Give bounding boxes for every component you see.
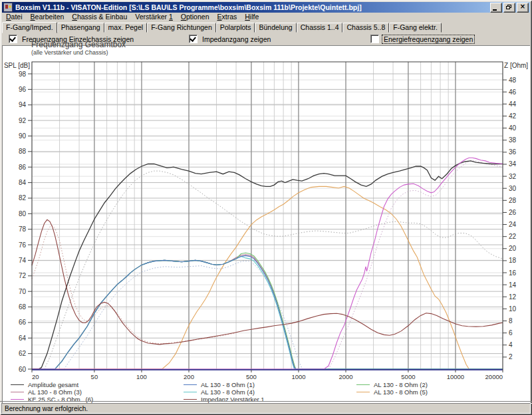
svg-text:4: 4 bbox=[509, 341, 513, 348]
legend-column: AL 130 - 8 Ohm (2)AL 130 - 8 Ohm (5) bbox=[356, 381, 428, 396]
legend-label: AL 130 - 8 Ohm (2) bbox=[374, 381, 428, 388]
svg-text:68: 68 bbox=[19, 303, 27, 311]
tab-phasengang[interactable]: Phasengang bbox=[57, 23, 104, 33]
svg-text:8: 8 bbox=[509, 317, 513, 325]
legend-column: AL 130 - 8 Ohm (1)AL 130 - 8 Ohm (4)Impe… bbox=[184, 381, 265, 403]
legend-label: AL 130 - 8 Ohm (1) bbox=[201, 381, 255, 388]
svg-text:100: 100 bbox=[136, 373, 147, 380]
frequency-response-plot: 6062646668707274767880828486889092949698… bbox=[3, 46, 531, 404]
svg-text:46: 46 bbox=[509, 88, 517, 96]
svg-text:94: 94 bbox=[19, 101, 27, 108]
svg-text:24: 24 bbox=[509, 221, 517, 228]
svg-text:78: 78 bbox=[19, 225, 27, 233]
legend-label: AL 130 - 8 Ohm (4) bbox=[201, 388, 255, 396]
menu-item-verst-rker-1[interactable]: Verstärker 1 bbox=[131, 13, 177, 21]
window-controls: × bbox=[490, 3, 530, 13]
svg-text:26: 26 bbox=[509, 209, 517, 216]
svg-text:22: 22 bbox=[509, 233, 517, 240]
menu-item-hilfe[interactable]: Hilfe bbox=[241, 13, 263, 21]
menu-item-extras[interactable]: Extras bbox=[213, 13, 241, 21]
svg-text:6: 6 bbox=[509, 329, 513, 337]
svg-text:42: 42 bbox=[509, 112, 517, 120]
svg-text:64: 64 bbox=[19, 335, 27, 342]
minimize-button[interactable] bbox=[490, 3, 502, 13]
svg-text:62: 62 bbox=[19, 350, 27, 357]
svg-text:98: 98 bbox=[19, 70, 27, 78]
menu-item-bearbeiten[interactable]: Bearbeiten bbox=[27, 13, 68, 21]
svg-text:72: 72 bbox=[19, 272, 27, 279]
legend-label: AL 130 - 8 Ohm (3) bbox=[28, 388, 82, 396]
menu-item-optionen[interactable]: Optionen bbox=[177, 13, 213, 21]
svg-text:96: 96 bbox=[19, 86, 27, 93]
close-button[interactable]: × bbox=[517, 3, 529, 13]
legend-item-amplitude-gesamt: Amplitude gesamt bbox=[11, 381, 93, 388]
svg-text:34: 34 bbox=[509, 160, 517, 168]
legend-column: Amplitude gesamtAL 130 - 8 Ohm (3)KE 25 … bbox=[11, 381, 93, 403]
svg-text:80: 80 bbox=[19, 210, 27, 217]
checkbox-energiefrequenzgang-zeigen[interactable]: Energiefrequenzgang zeigen bbox=[370, 35, 474, 43]
checkbox-box[interactable] bbox=[370, 35, 379, 43]
legend-swatch bbox=[11, 392, 24, 392]
legend-swatch bbox=[184, 384, 197, 385]
svg-text:1000: 1000 bbox=[291, 373, 305, 380]
checkbox-impedanzgang-zeigen[interactable]: Impedanzgang zeigen bbox=[189, 35, 272, 43]
svg-text:28: 28 bbox=[509, 197, 517, 204]
svg-text:2: 2 bbox=[509, 353, 513, 360]
checkbox-label: Impedanzgang zeigen bbox=[201, 35, 272, 43]
svg-text:82: 82 bbox=[19, 194, 27, 202]
svg-text:60: 60 bbox=[19, 366, 27, 373]
svg-text:84: 84 bbox=[19, 179, 27, 186]
tab-chassis-1-4[interactable]: Chassis 1..4 bbox=[297, 23, 343, 33]
legend-swatch bbox=[184, 399, 197, 400]
checkbox-label: Energiefrequenzgang zeigen bbox=[382, 35, 474, 43]
checkbox-box[interactable] bbox=[189, 35, 198, 43]
check-icon bbox=[9, 35, 16, 42]
legend-swatch bbox=[11, 384, 24, 385]
svg-text:92: 92 bbox=[19, 117, 27, 124]
restore-icon bbox=[506, 5, 511, 9]
svg-text:50: 50 bbox=[91, 373, 98, 380]
svg-text:2000: 2000 bbox=[338, 373, 352, 380]
tab-max-pegel[interactable]: max. Pegel bbox=[104, 23, 148, 33]
legend-label: AL 130 - 8 Ohm (5) bbox=[374, 388, 428, 396]
legend-swatch bbox=[356, 392, 370, 392]
checkbox-box[interactable] bbox=[9, 35, 17, 43]
tab-chassis-5-8[interactable]: Chassis 5..8 bbox=[342, 23, 389, 33]
svg-text:200: 200 bbox=[184, 373, 194, 380]
menu-item-datei[interactable]: Datei bbox=[2, 13, 27, 21]
svg-text:10000: 10000 bbox=[447, 373, 464, 380]
menu-bar: DateiBearbeitenChassis & EinbauVerstärke… bbox=[2, 13, 530, 21]
application-window: Boxsim V1.11b - VISATON-Edition [S:\LS B… bbox=[0, 0, 532, 415]
svg-text:18: 18 bbox=[509, 257, 517, 264]
tab-b-ndelung[interactable]: Bündelung bbox=[255, 23, 296, 33]
series-woofer2 bbox=[32, 253, 503, 369]
svg-text:14: 14 bbox=[509, 281, 517, 289]
legend-item-al-130-8-ohm-1: AL 130 - 8 Ohm (1) bbox=[184, 381, 265, 388]
title-bar[interactable]: Boxsim V1.11b - VISATON-Edition [S:\LS B… bbox=[2, 2, 530, 13]
legend-swatch bbox=[184, 392, 197, 392]
series-woofer4 bbox=[32, 257, 503, 369]
svg-text:48: 48 bbox=[509, 76, 517, 84]
svg-text:70: 70 bbox=[19, 288, 27, 295]
menu-item-chassis-einbau[interactable]: Chassis & Einbau bbox=[68, 13, 131, 21]
svg-text:74: 74 bbox=[19, 257, 27, 264]
svg-text:38: 38 bbox=[509, 136, 517, 144]
status-text: Berechnung war erfolgreich. bbox=[5, 405, 88, 412]
svg-text:88: 88 bbox=[19, 148, 27, 155]
tab-f-gang-elektr[interactable]: F-Gang elektr. bbox=[389, 23, 442, 33]
tab-f-gang-imped[interactable]: F-Gang/Imped. bbox=[2, 22, 57, 33]
svg-text:32: 32 bbox=[509, 173, 517, 180]
svg-text:12: 12 bbox=[509, 293, 517, 301]
legend-label: Amplitude gesamt bbox=[28, 381, 78, 388]
svg-text:20: 20 bbox=[509, 245, 517, 252]
svg-text:500: 500 bbox=[246, 373, 257, 380]
restore-button[interactable] bbox=[503, 3, 515, 13]
svg-text:20: 20 bbox=[32, 373, 39, 380]
tab-f-gang-richtungen[interactable]: F-Gang Richtungen bbox=[147, 23, 216, 33]
legend-swatch bbox=[356, 384, 370, 385]
series-tweeter bbox=[32, 158, 503, 369]
svg-text:30: 30 bbox=[509, 185, 517, 192]
series-woofer3 bbox=[32, 255, 503, 369]
legend-item-al-130-8-ohm-2: AL 130 - 8 Ohm (2) bbox=[356, 381, 428, 388]
tab-polarplots[interactable]: Polarplots bbox=[216, 23, 255, 33]
